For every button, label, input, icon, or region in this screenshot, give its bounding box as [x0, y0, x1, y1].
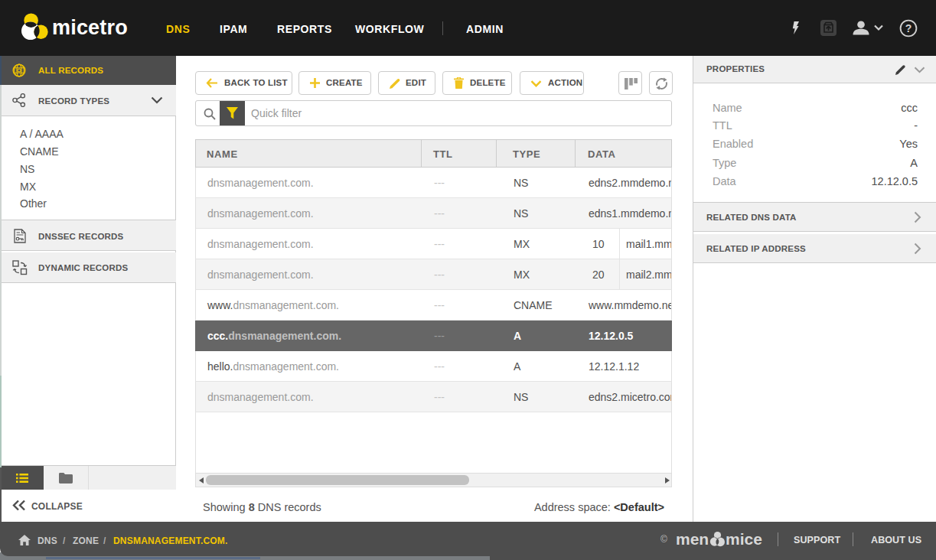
svg-text:?: ?: [905, 22, 912, 34]
